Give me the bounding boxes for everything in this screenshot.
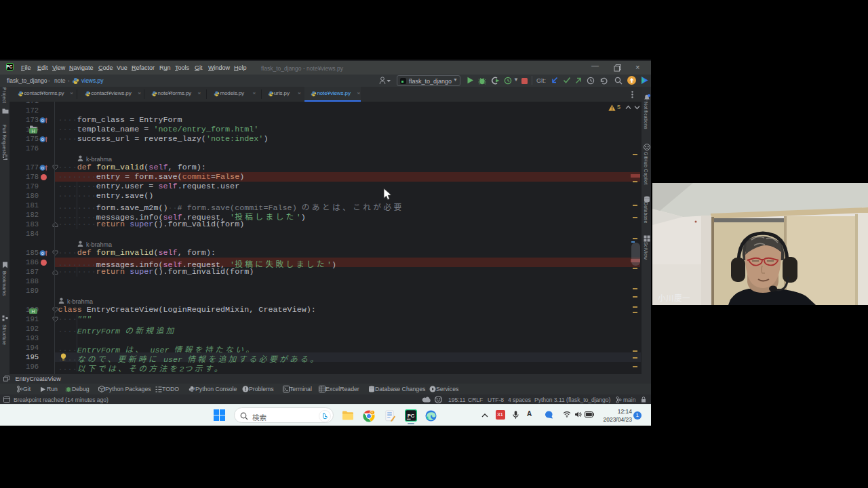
svg-text:o: o — [41, 165, 44, 170]
svg-text:H: H — [31, 129, 35, 134]
svg-text:o: o — [41, 118, 44, 123]
svg-text:o: o — [41, 137, 44, 142]
svg-text:o: o — [41, 251, 44, 256]
svg-text:PC: PC — [408, 413, 415, 419]
svg-text:H: H — [31, 309, 35, 314]
